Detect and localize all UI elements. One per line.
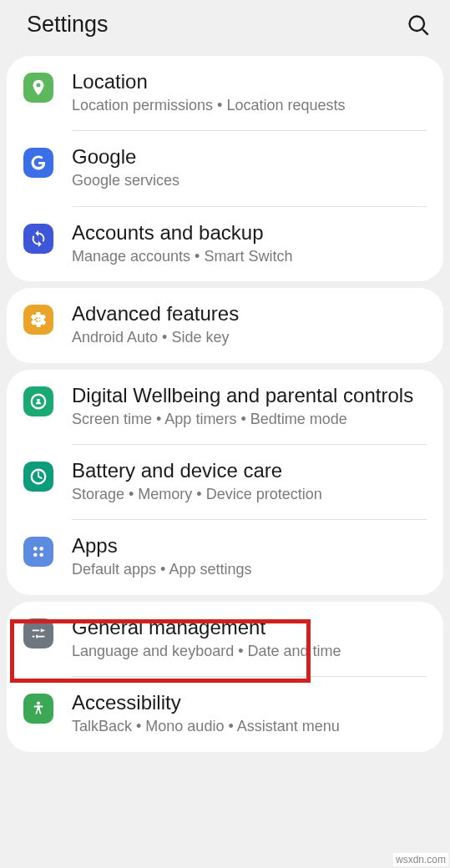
item-subtitle: Location permissions • Location requests <box>72 96 427 115</box>
search-icon[interactable] <box>407 13 430 37</box>
settings-group: Advanced features Android Auto • Side ke… <box>7 288 443 362</box>
settings-item-wellbeing[interactable]: Digital Wellbeing and parental controls … <box>7 370 443 444</box>
item-title: Advanced features <box>72 301 427 326</box>
settings-item-battery[interactable]: Battery and device care Storage • Memory… <box>7 445 443 519</box>
item-title: Accounts and backup <box>72 220 427 245</box>
item-subtitle: Screen time • App timers • Bedtime mode <box>72 410 427 429</box>
settings-group: General management Language and keyboard… <box>7 602 443 752</box>
watermark: wsxdn.com <box>393 853 448 866</box>
settings-item-accounts[interactable]: Accounts and backup Manage accounts • Sm… <box>7 207 443 281</box>
accessibility-icon <box>23 694 53 724</box>
settings-item-location[interactable]: Location Location permissions • Location… <box>7 56 443 130</box>
device-care-icon <box>23 462 53 492</box>
header: Settings <box>0 0 450 49</box>
svg-line-1 <box>422 29 427 34</box>
google-icon <box>23 148 53 178</box>
item-subtitle: Manage accounts • Smart Switch <box>72 247 427 266</box>
svg-point-0 <box>410 16 425 31</box>
item-title: Accessibility <box>72 690 427 715</box>
settings-group: Digital Wellbeing and parental controls … <box>7 370 443 595</box>
settings-item-general[interactable]: General management Language and keyboard… <box>7 602 443 676</box>
settings-item-advanced[interactable]: Advanced features Android Auto • Side ke… <box>7 288 443 362</box>
item-subtitle: Language and keyboard • Date and time <box>72 642 427 661</box>
sync-icon <box>23 224 53 254</box>
settings-item-google[interactable]: Google Google services <box>7 131 443 205</box>
item-title: Digital Wellbeing and parental controls <box>72 383 427 408</box>
svg-point-8 <box>39 553 43 558</box>
svg-point-5 <box>33 547 38 551</box>
item-subtitle: TalkBack • Mono audio • Assistant menu <box>72 717 427 736</box>
item-title: Location <box>72 69 427 94</box>
gear-plus-icon <box>23 305 53 335</box>
svg-point-9 <box>37 702 40 705</box>
settings-item-accessibility[interactable]: Accessibility TalkBack • Mono audio • As… <box>7 677 443 751</box>
svg-point-3 <box>32 394 46 408</box>
settings-item-apps[interactable]: Apps Default apps • App settings <box>7 520 443 594</box>
item-subtitle: Google services <box>72 171 427 190</box>
item-title: Google <box>72 144 427 169</box>
wellbeing-icon <box>23 386 53 416</box>
settings-group: Location Location permissions • Location… <box>7 56 443 281</box>
item-subtitle: Android Auto • Side key <box>72 328 427 347</box>
item-subtitle: Default apps • App settings <box>72 560 427 579</box>
page-title: Settings <box>27 12 109 38</box>
item-title: Apps <box>72 533 427 558</box>
item-title: General management <box>72 615 427 640</box>
svg-point-7 <box>33 553 38 558</box>
item-title: Battery and device care <box>72 458 427 483</box>
svg-point-6 <box>39 547 43 551</box>
location-icon <box>23 73 53 103</box>
sliders-icon <box>23 618 53 648</box>
apps-icon <box>23 537 53 567</box>
item-subtitle: Storage • Memory • Device protection <box>72 485 427 504</box>
